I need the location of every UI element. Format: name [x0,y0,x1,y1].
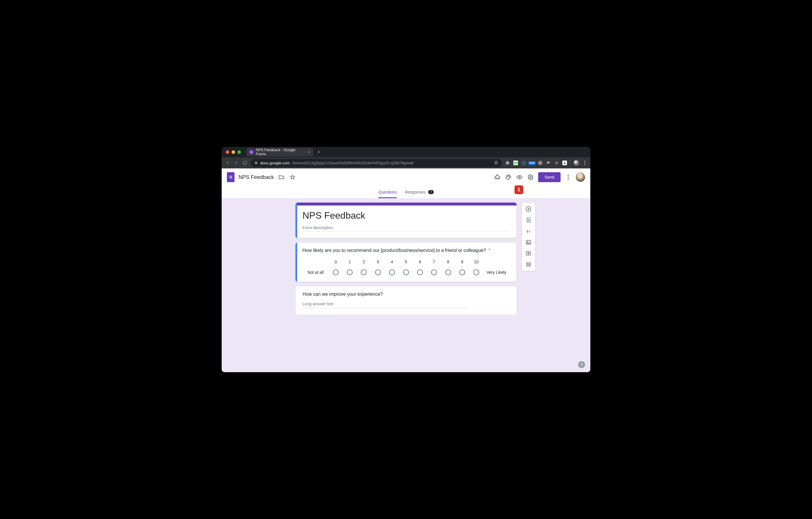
card-selected-bar [295,243,297,282]
form-canvas: How likely are you to recommend our [pro… [222,198,590,372]
editor-tabs: Questions Responses 7 [222,186,590,198]
add-title-icon[interactable]: TT [525,228,532,235]
scale-radio-9[interactable] [459,269,465,275]
settings-gear-icon[interactable] [527,174,534,181]
send-button[interactable]: Send [538,172,560,182]
svg-point-6 [522,161,526,165]
svg-point-21 [510,176,510,177]
bookmark-star-icon[interactable] [494,160,498,166]
ext-new-icon[interactable]: NEW [529,160,534,165]
window-traffic-lights [226,150,241,154]
question-toolbar: TT [522,202,535,271]
form-title-input[interactable] [302,210,510,223]
question-card-improve[interactable]: How can we improve your experience? Long… [295,286,517,315]
linear-scale: 0 1 2 3 4 5 6 7 8 9 10 Not at [302,260,510,275]
scale-radio-1[interactable] [347,269,353,275]
account-avatar[interactable] [576,172,585,182]
svg-rect-14 [229,177,230,177]
svg-point-25 [568,176,569,178]
svg-point-11 [584,164,585,165]
scale-high-label: Very Likely [487,270,506,275]
question-text: How likely are you to recommend our [pro… [302,248,510,253]
scale-radio-6[interactable] [417,269,423,275]
add-question-icon[interactable] [525,206,532,213]
theme-palette-icon[interactable] [505,174,512,181]
forms-logo-icon[interactable] [227,172,234,182]
svg-point-24 [568,174,569,176]
help-button[interactable]: ? [578,361,585,368]
svg-point-18 [507,176,508,177]
preview-eye-icon[interactable] [516,174,523,181]
back-button[interactable] [225,160,230,165]
tab-questions[interactable]: Questions [378,190,397,198]
scale-radio-5[interactable] [403,269,409,275]
svg-rect-15 [230,177,232,177]
scale-radio-2[interactable] [361,269,367,275]
forward-button[interactable] [233,160,239,165]
scale-number: 10 [474,260,478,264]
svg-point-10 [584,162,585,163]
svg-rect-13 [230,176,232,176]
responses-count-badge: 7 [428,190,433,194]
browser-tab[interactable]: NPS Feedback - Google Forms × [246,148,313,157]
ext-drive-icon[interactable] [505,160,510,165]
forms-app: NPS Feedback Send Questions Responses 7 … [222,168,590,372]
scale-radio-8[interactable] [445,269,451,275]
svg-point-19 [508,176,509,176]
more-menu-icon[interactable] [565,174,572,181]
maximize-window-button[interactable] [237,150,241,154]
new-tab-button[interactable]: + [316,149,322,155]
extension-icons: NEW u a [505,160,587,166]
scale-number: 6 [419,260,421,264]
star-icon[interactable] [289,174,296,181]
import-questions-icon[interactable] [525,217,532,224]
add-image-icon[interactable] [525,239,532,246]
document-title[interactable]: NPS Feedback [239,174,274,181]
browser-toolbar: docs.google.com/forms/d/1UQjDpyCU2yeerDv… [222,157,590,168]
form-title-card[interactable] [295,202,517,238]
svg-rect-33 [526,263,530,264]
close-window-button[interactable] [226,150,229,154]
svg-point-23 [530,176,532,178]
scale-number: 3 [377,260,379,264]
question-card-nps[interactable]: How likely are you to recommend our [pro… [295,242,517,282]
scale-radio-4[interactable] [389,269,395,275]
svg-rect-16 [229,178,230,179]
form-description-input[interactable] [302,223,510,231]
add-section-icon[interactable] [525,261,532,268]
profile-avatar[interactable] [573,160,579,166]
add-video-icon[interactable] [525,250,532,257]
forms-favicon-icon [249,150,254,155]
scale-radio-3[interactable] [375,269,381,275]
ext-chat-icon[interactable] [546,160,551,165]
scale-number: 4 [391,260,393,264]
ext-a-icon[interactable]: a [562,160,567,165]
ext-u-icon[interactable]: u [538,160,543,165]
separator [570,160,571,165]
move-to-folder-icon[interactable] [278,174,285,181]
tab-responses-label: Responses [405,190,425,194]
ext-circle-icon[interactable] [521,160,526,165]
scale-radio-7[interactable] [431,269,437,275]
card-selected-bar [295,202,297,238]
ext-mail-icon[interactable] [513,160,518,165]
minimize-window-button[interactable] [232,150,235,154]
scale-radio-0[interactable] [333,269,339,275]
scale-radio-10[interactable] [473,269,479,275]
reload-button[interactable] [242,161,248,165]
close-tab-icon[interactable]: × [308,150,310,155]
browser-menu-icon[interactable] [582,160,587,165]
scale-number: 2 [363,260,365,264]
svg-rect-4 [250,153,251,153]
long-answer-placeholder: Long answer text [302,297,468,308]
svg-point-31 [527,241,528,242]
svg-rect-12 [229,176,230,176]
addons-icon[interactable] [494,174,501,181]
ext-dot-icon[interactable] [554,160,559,165]
scale-number: 9 [461,260,463,264]
tab-responses[interactable]: Responses 7 [405,190,433,198]
annotation-badge: 1 [515,185,523,194]
scale-number: 5 [405,260,407,264]
address-bar[interactable]: docs.google.com/forms/d/1UQjDpyCU2yeerDv… [251,159,502,167]
svg-rect-3 [251,152,252,152]
